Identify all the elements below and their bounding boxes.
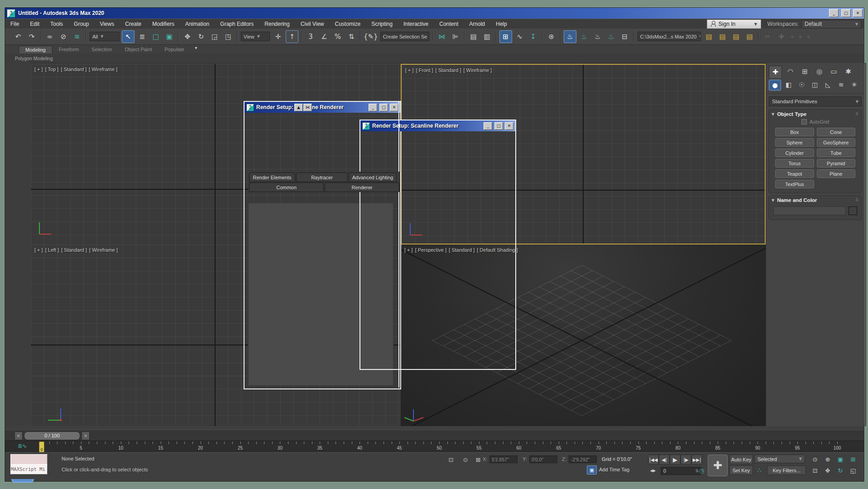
- render-setup-tab-raytracer[interactable]: Raytracer: [296, 173, 348, 182]
- zoom-all-icon[interactable]: ⊕: [823, 455, 833, 464]
- object-category-dropdown[interactable]: Standard Primitives ▼: [769, 96, 862, 106]
- z-coordinate-field[interactable]: -2'9.292": [569, 455, 597, 463]
- menu-item-file[interactable]: File: [5, 19, 24, 29]
- go-to-start-button[interactable]: |◀◀: [648, 455, 659, 465]
- render-setup-dialog-front[interactable]: 3 Render Setup: Scanline Renderer _ □ ✕: [360, 120, 516, 370]
- auto-key-button[interactable]: Auto Key: [729, 455, 753, 464]
- utilities-tab-icon[interactable]: ✱: [842, 66, 854, 77]
- mini-curve-editor-icon[interactable]: ≣∿: [18, 443, 27, 449]
- selection-filter-dropdown[interactable]: All▼: [90, 32, 120, 41]
- page-tag-icon[interactable]: ▤: [730, 31, 742, 43]
- selection-set-key-dropdown[interactable]: Selected ▼: [754, 455, 805, 463]
- selection-lock-toggle-icon[interactable]: ⊙: [461, 455, 470, 464]
- ribbon-overflow-icon[interactable]: ▾: [192, 42, 201, 53]
- viewport-general-menu[interactable]: [ + ]: [34, 67, 43, 72]
- menu-item-content[interactable]: Content: [434, 19, 464, 29]
- track-bar[interactable]: ≣∿ 0 51015202530354045505560657075808590…: [5, 441, 864, 453]
- minimize-button[interactable]: _: [829, 9, 839, 17]
- object-name-field[interactable]: [773, 206, 846, 215]
- named-selection-sets-dropdown[interactable]: Create Selection Se▼: [380, 32, 429, 41]
- object-type-textplus-button[interactable]: TextPlus: [775, 180, 814, 188]
- layer-explorer-icon[interactable]: ▥: [481, 31, 493, 43]
- page-gear-icon[interactable]: ▤: [703, 31, 715, 43]
- select-object-icon[interactable]: ↖: [122, 30, 134, 43]
- helpers-subtab-icon[interactable]: ◺: [822, 80, 834, 90]
- ribbon-tab-freeform[interactable]: Freeform: [53, 46, 86, 53]
- object-type-plane-button[interactable]: Plane: [817, 169, 856, 178]
- maxscript-mini-listener[interactable]: MAXScript Mi: [10, 464, 48, 475]
- ribbon-tab-modeling[interactable]: Modeling: [19, 46, 53, 53]
- window-crossing-icon[interactable]: ▣: [163, 31, 175, 43]
- menu-item-graph-editors[interactable]: Graph Editors: [215, 19, 259, 29]
- space-warps-subtab-icon[interactable]: ≋: [835, 80, 847, 90]
- curve-editor-icon[interactable]: ∿: [514, 31, 526, 43]
- use-center-flyout-icon[interactable]: ✛: [272, 31, 284, 43]
- object-type-pyramid-button[interactable]: Pyramid: [817, 159, 856, 168]
- ribbon-tab-selection[interactable]: Selection: [85, 46, 118, 53]
- viewport-general-menu[interactable]: [ + ]: [34, 247, 43, 253]
- render-production-icon[interactable]: ♨: [592, 31, 604, 43]
- play-button[interactable]: ▶: [670, 455, 681, 465]
- zoom-region-icon[interactable]: ⊡: [810, 466, 820, 475]
- time-slider[interactable]: 0 / 100: [24, 431, 80, 440]
- viewport-render-preset-menu[interactable]: [ Standard ]: [61, 67, 86, 72]
- previous-frame-arrow-button[interactable]: <: [14, 431, 23, 440]
- dialog-close-button[interactable]: ✕: [390, 104, 398, 111]
- maxscript-macro-recorder[interactable]: [10, 454, 48, 465]
- orbit-icon[interactable]: ↻: [835, 466, 845, 475]
- ribbon-tab-populate[interactable]: Populate: [158, 46, 190, 53]
- redo-icon[interactable]: ↷: [26, 31, 38, 43]
- viewport-shading-menu[interactable]: [ Wireframe ]: [463, 67, 492, 73]
- viewport-pov-menu[interactable]: [ Left ]: [45, 247, 59, 253]
- dialog-close-button[interactable]: ✕: [505, 122, 513, 130]
- object-type-teapot-button[interactable]: Teapot: [775, 169, 814, 178]
- close-button[interactable]: ✕: [853, 9, 863, 17]
- time-tag-cube-icon[interactable]: ▣: [587, 465, 597, 475]
- edit-named-selection-sets-icon[interactable]: {✎}: [364, 31, 378, 43]
- motion-tab-icon[interactable]: ◎: [813, 66, 825, 77]
- menu-item-edit[interactable]: Edit: [24, 19, 45, 29]
- next-frame-button[interactable]: |▶: [681, 455, 691, 465]
- project-folder-dropdown[interactable]: C:\3dsMax2...s Max 2020▼: [638, 32, 701, 41]
- render-setup-icon[interactable]: ♨: [564, 30, 576, 43]
- snaps-toggle-icon[interactable]: 3: [305, 31, 317, 43]
- set-keys-button[interactable]: ✚: [708, 455, 728, 476]
- render-setup-tab-renderer[interactable]: Renderer: [325, 182, 399, 192]
- modify-tab-icon[interactable]: ◠: [784, 66, 796, 77]
- object-type-rollout-header[interactable]: ▼ Object Type ⠿: [772, 111, 859, 117]
- bind-to-space-warp-icon[interactable]: ≋: [71, 31, 83, 43]
- menu-item-customize[interactable]: Customize: [330, 19, 366, 29]
- x-coordinate-field[interactable]: 5'2.857": [489, 455, 518, 463]
- menu-item-group[interactable]: Group: [68, 19, 94, 29]
- page-flag-icon[interactable]: ▤: [744, 31, 756, 43]
- menu-item-modifiers[interactable]: Modifiers: [147, 19, 180, 29]
- viewport-shading-menu[interactable]: [ Wireframe ]: [89, 67, 117, 72]
- systems-subtab-icon[interactable]: ✳: [849, 80, 860, 90]
- title-bar[interactable]: 3 Untitled - Autodesk 3ds Max 2020 _ □ ✕: [5, 8, 864, 19]
- render-setup-tab-render-elements[interactable]: Render Elements: [249, 173, 295, 182]
- viewport-render-preset-menu[interactable]: [ Standard ]: [61, 247, 87, 253]
- create-tab-icon[interactable]: ✚: [769, 66, 782, 78]
- select-and-scale-icon[interactable]: ◲: [209, 31, 221, 43]
- render-setup-tab-advanced-lighting[interactable]: Advanced Lighting: [349, 173, 397, 182]
- material-editor-icon[interactable]: ⊛: [546, 31, 557, 43]
- select-by-name-icon[interactable]: ≣: [136, 31, 148, 43]
- go-to-end-button[interactable]: ▶▶|: [691, 455, 702, 465]
- current-frame-field[interactable]: 0 ⇅: [661, 467, 701, 475]
- rendered-frame-window-icon[interactable]: ♨: [578, 31, 590, 43]
- select-and-link-icon[interactable]: ∞: [44, 31, 56, 43]
- polygon-modeling-panel-label[interactable]: Polygon Modeling: [15, 56, 53, 61]
- cameras-subtab-icon[interactable]: ◫: [809, 80, 820, 90]
- pan-view-icon[interactable]: ✥: [823, 466, 833, 475]
- ribbon-tab-object-paint[interactable]: Object Paint: [119, 46, 158, 53]
- object-color-swatch[interactable]: [849, 206, 857, 215]
- page-icon[interactable]: ▤: [717, 31, 729, 43]
- frame-mode-toggle-icon[interactable]: ◀▶: [648, 466, 658, 475]
- object-type-sphere-button[interactable]: Sphere: [775, 138, 814, 147]
- angle-snap-toggle-icon[interactable]: ∠: [318, 31, 330, 43]
- time-configuration-icon[interactable]: ◷: [697, 466, 707, 475]
- viewport-render-preset-menu[interactable]: [ Standard ]: [436, 67, 461, 73]
- y-coordinate-field[interactable]: 0'0.0": [529, 455, 557, 463]
- render-presets-icon[interactable]: ⊟: [619, 31, 631, 43]
- spinner-snap-toggle-icon[interactable]: ⇅: [345, 31, 357, 43]
